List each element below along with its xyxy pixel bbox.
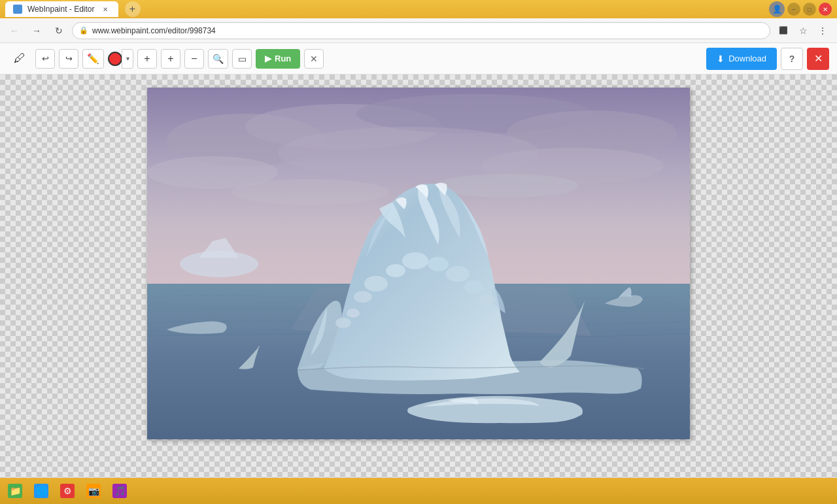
window-close-button[interactable]: ✕ bbox=[819, 3, 832, 16]
undo-button[interactable]: ↩ bbox=[35, 49, 55, 69]
svg-point-18 bbox=[464, 280, 484, 294]
svg-point-14 bbox=[386, 264, 405, 277]
taskbar-icon-4: 📷 bbox=[86, 484, 101, 498]
app-toolbar: 🖊 ↩ ↪ ✏️ ▾ + + − 🔍 ▭ ▶ Run ✕ bbox=[0, 43, 837, 75]
window-controls: 👤 − □ ✕ bbox=[769, 1, 832, 17]
svg-point-8 bbox=[232, 179, 389, 205]
close-icon: ✕ bbox=[814, 52, 823, 65]
svg-point-20 bbox=[479, 295, 496, 305]
zoom-in-large-button[interactable]: + bbox=[161, 49, 180, 69]
zoom-in-small-button[interactable]: + bbox=[137, 49, 157, 69]
help-button[interactable]: ? bbox=[781, 48, 803, 70]
svg-point-17 bbox=[446, 266, 470, 282]
download-button[interactable]: ⬇ Download bbox=[706, 48, 777, 70]
forward-button[interactable]: → bbox=[27, 22, 46, 40]
download-label: Download bbox=[728, 54, 766, 63]
title-bar: WebInpaint - Editor ✕ + 👤 − □ ✕ bbox=[0, 0, 837, 18]
rect-select-button[interactable]: ▭ bbox=[232, 49, 252, 69]
lock-icon: 🔒 bbox=[79, 26, 88, 35]
nav-right-icons: ⬛ ☆ ⋮ bbox=[774, 22, 832, 40]
zoom-out-button[interactable]: − bbox=[184, 49, 204, 69]
cast-button[interactable]: ⬛ bbox=[774, 22, 793, 40]
redo-button[interactable]: ↪ bbox=[59, 49, 78, 69]
canvas-area bbox=[0, 75, 837, 478]
taskbar-item-4[interactable]: 📷 bbox=[81, 480, 106, 502]
iceberg-svg bbox=[147, 88, 690, 439]
svg-point-15 bbox=[402, 252, 428, 269]
taskbar-icon-2: 🌐 bbox=[34, 484, 48, 498]
browser-tab[interactable]: WebInpaint - Editor ✕ bbox=[5, 1, 118, 17]
svg-point-21 bbox=[335, 318, 351, 328]
brush-tool-button[interactable]: ✏️ bbox=[82, 49, 104, 69]
color-dropdown-button[interactable]: ▾ bbox=[122, 49, 133, 69]
taskbar-icon-5: 🎵 bbox=[112, 484, 127, 498]
taskbar-item-5[interactable]: 🎵 bbox=[107, 480, 132, 502]
color-picker-group: ▾ bbox=[108, 49, 133, 69]
taskbar-icon-1: 📁 bbox=[8, 484, 22, 498]
image-canvas[interactable] bbox=[147, 88, 690, 439]
run-button[interactable]: ▶ Run bbox=[256, 49, 300, 69]
back-button[interactable]: ← bbox=[5, 22, 24, 40]
new-tab-button[interactable]: + bbox=[125, 1, 141, 17]
taskbar: 📁 🌐 ⚙ 📷 🎵 bbox=[0, 478, 837, 504]
menu-button[interactable]: ⋮ bbox=[813, 22, 832, 40]
svg-point-16 bbox=[428, 257, 449, 271]
taskbar-icon-3: ⚙ bbox=[60, 484, 75, 498]
url-text: www.webinpaint.com/editor/998734 bbox=[92, 26, 216, 35]
chrome-browser: WebInpaint - Editor ✕ + 👤 − □ ✕ ← → ↻ 🔒 … bbox=[0, 0, 837, 504]
bookmark-button[interactable]: ☆ bbox=[794, 22, 812, 40]
svg-point-19 bbox=[354, 291, 372, 303]
help-label: ? bbox=[789, 54, 795, 64]
eraser-tool-button[interactable]: 🖊 bbox=[8, 47, 31, 71]
svg-point-13 bbox=[364, 276, 388, 292]
maximize-button[interactable]: □ bbox=[803, 3, 816, 16]
search-view-button[interactable]: 🔍 bbox=[208, 49, 228, 69]
svg-point-7 bbox=[278, 127, 539, 179]
taskbar-item-1[interactable]: 📁 bbox=[3, 480, 27, 502]
svg-point-22 bbox=[347, 309, 360, 318]
taskbar-item-3[interactable]: ⚙ bbox=[55, 480, 80, 502]
download-icon: ⬇ bbox=[717, 54, 725, 64]
run-label: Run bbox=[275, 54, 291, 63]
user-profile-icon[interactable]: 👤 bbox=[769, 1, 785, 17]
minimize-button[interactable]: − bbox=[787, 3, 800, 16]
toolbar-close-button[interactable]: ✕ bbox=[807, 48, 829, 70]
address-bar[interactable]: 🔒 www.webinpaint.com/editor/998734 bbox=[72, 22, 770, 39]
tab-title: WebInpaint - Editor bbox=[27, 5, 95, 14]
run-play-icon: ▶ bbox=[265, 54, 271, 63]
nav-bar: ← → ↻ 🔒 www.webinpaint.com/editor/998734… bbox=[0, 18, 837, 43]
tab-favicon bbox=[13, 5, 22, 14]
taskbar-item-2[interactable]: 🌐 bbox=[29, 480, 54, 502]
reload-button[interactable]: ↻ bbox=[50, 22, 68, 40]
color-swatch[interactable] bbox=[108, 52, 122, 66]
tab-close-button[interactable]: ✕ bbox=[100, 4, 111, 14]
cancel-button[interactable]: ✕ bbox=[304, 49, 324, 69]
